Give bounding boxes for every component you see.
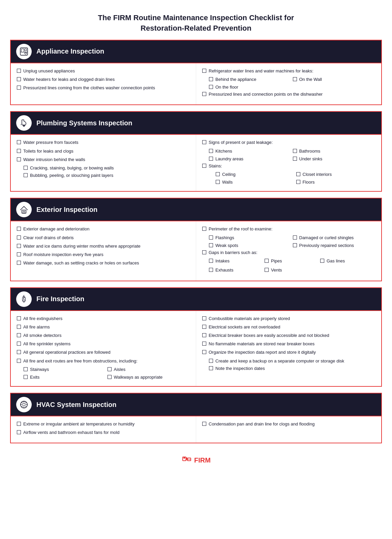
checkbox[interactable]: [17, 140, 21, 144]
checkbox[interactable]: [17, 244, 21, 248]
check-item: Weak spots: [209, 243, 292, 249]
checkbox[interactable]: [209, 366, 213, 370]
page-title: The FIRM Routine Maintenance Inspection …: [10, 7, 382, 40]
check-item: Water damage, such as settling cracks or…: [17, 260, 190, 266]
checkbox[interactable]: [202, 325, 206, 329]
checkbox[interactable]: [17, 325, 21, 329]
checkbox[interactable]: [17, 342, 21, 346]
check-item: Roof moisture inspection every five year…: [17, 252, 190, 258]
check-item: All general operational practices are fo…: [17, 349, 190, 355]
check-item: Intakes: [209, 258, 264, 264]
check-item: Walls: [216, 179, 295, 185]
checkbox[interactable]: [17, 316, 21, 320]
checkbox[interactable]: [209, 85, 213, 89]
section-title-appliance: Appliance Inspection: [36, 47, 104, 55]
check-item: No flammable materials are stored near b…: [202, 341, 375, 347]
section-body-plumbing: Water pressure from faucetsToilets for l…: [11, 134, 381, 191]
checkbox[interactable]: [209, 235, 213, 240]
check-item: Electrical breaker boxes are easily acce…: [202, 332, 375, 339]
col2-appliance: Refrigerator water lines and water machi…: [196, 63, 381, 105]
check-item: Bubbling, peeling, or slouching paint la…: [24, 172, 190, 179]
section-header-plumbing: Plumbing Systems Inspection: [11, 112, 381, 134]
firm-logo: FIRM: [181, 455, 211, 466]
checkbox[interactable]: [202, 316, 206, 320]
checkbox[interactable]: [293, 157, 297, 161]
check-item: All fire extinguishers: [17, 316, 190, 322]
checkbox[interactable]: [209, 157, 213, 161]
check-item: Gas lines: [320, 258, 375, 264]
checkbox[interactable]: [17, 333, 21, 337]
checkbox[interactable]: [17, 149, 21, 153]
section-header-hvac: HVAC System Inspection: [11, 393, 381, 416]
checkbox[interactable]: [17, 430, 21, 434]
checkbox[interactable]: [202, 92, 206, 96]
checkbox[interactable]: [320, 259, 324, 263]
checkbox[interactable]: [202, 350, 206, 354]
checkbox[interactable]: [17, 69, 21, 73]
checkbox[interactable]: [293, 77, 297, 81]
checkbox[interactable]: [108, 367, 112, 371]
checkbox[interactable]: [17, 77, 21, 81]
checkbox[interactable]: [216, 172, 220, 176]
checkbox[interactable]: [24, 173, 28, 177]
check-item: Unplug unused appliances: [17, 68, 190, 74]
checkbox[interactable]: [209, 243, 213, 247]
checkbox[interactable]: [293, 149, 297, 153]
check-item: Condensation pan and drain line for clog…: [202, 421, 375, 427]
svg-rect-1: [21, 49, 24, 52]
col1-plumbing: Water pressure from faucetsToilets for l…: [11, 135, 196, 191]
checkbox[interactable]: [296, 180, 300, 184]
checkbox[interactable]: [202, 250, 206, 254]
checkbox[interactable]: [202, 227, 206, 231]
check-item: Closet interiors: [296, 171, 375, 178]
checkbox[interactable]: [24, 367, 28, 371]
checkbox[interactable]: [202, 164, 206, 168]
checkbox[interactable]: [293, 243, 297, 247]
checkbox[interactable]: [24, 375, 28, 379]
check-item: Cracking, staining, bulging, or bowing w…: [24, 165, 190, 171]
checkbox[interactable]: [202, 422, 206, 426]
checkbox[interactable]: [17, 86, 21, 90]
checkbox[interactable]: [293, 235, 297, 240]
checkbox[interactable]: [24, 166, 28, 170]
check-item: All fire alarms: [17, 324, 190, 330]
checkbox[interactable]: [17, 157, 21, 161]
checkbox[interactable]: [202, 140, 206, 144]
check-item: Floors: [296, 179, 375, 185]
checkbox[interactable]: [209, 359, 213, 363]
section-header-fire: Fire Inspection: [11, 288, 381, 310]
check-item: Signs of present or past leakage:: [202, 139, 375, 146]
checkbox[interactable]: [202, 333, 206, 337]
checkbox[interactable]: [209, 149, 213, 153]
checkbox[interactable]: [17, 359, 21, 363]
checkbox[interactable]: [17, 252, 21, 256]
check-item: Water intrusion behind the walls: [17, 157, 190, 163]
checkbox[interactable]: [17, 350, 21, 354]
section-body-hvac: Extreme or irregular ambient air tempera…: [11, 416, 381, 443]
checkbox[interactable]: [296, 172, 300, 176]
checkbox[interactable]: [17, 261, 21, 265]
check-item: Flashings: [209, 235, 292, 241]
section-header-appliance: Appliance Inspection: [11, 40, 381, 63]
checkbox[interactable]: [108, 375, 112, 379]
checkbox[interactable]: [209, 268, 213, 272]
checkbox[interactable]: [209, 77, 213, 81]
checkbox[interactable]: [17, 235, 21, 240]
checkbox[interactable]: [209, 259, 213, 263]
check-item: Water heaters for leaks and clogged drai…: [17, 76, 190, 83]
section-icon-exterior: [16, 202, 32, 217]
checkbox[interactable]: [17, 227, 21, 231]
check-item: Stains:: [202, 163, 375, 169]
checkbox[interactable]: [216, 180, 220, 184]
checkbox[interactable]: [265, 268, 269, 272]
svg-rect-14: [183, 457, 185, 459]
check-item: All smoke detectors: [17, 332, 190, 339]
col1-hvac: Extreme or irregular ambient air tempera…: [11, 416, 196, 443]
col2-exterior: Perimeter of the roof to examine:Flashin…: [196, 221, 381, 280]
col2-hvac: Condensation pan and drain line for clog…: [196, 416, 381, 443]
checkbox[interactable]: [202, 69, 206, 73]
checkbox[interactable]: [17, 422, 21, 426]
checkbox[interactable]: [265, 259, 269, 263]
checkbox[interactable]: [202, 342, 206, 346]
check-item: Kitchens: [209, 148, 292, 154]
